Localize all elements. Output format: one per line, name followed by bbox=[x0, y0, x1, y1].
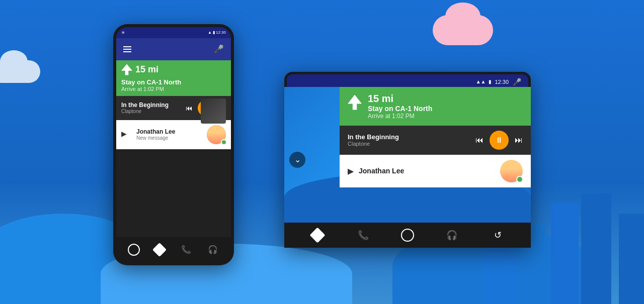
phone-nav-card: 15 mi Stay on CA-1 North Arrive at 1:02 … bbox=[116, 60, 231, 96]
car-message-card: ▶ Jonathan Lee bbox=[340, 155, 528, 187]
phone-signal-icon: ▲ bbox=[208, 30, 212, 35]
microphone-icon[interactable]: 🎤 bbox=[214, 44, 224, 54]
car-nav-diamond-icon bbox=[309, 227, 325, 243]
main-content: ✳ ▲ ▮ 12:30 🎤 bbox=[0, 0, 644, 304]
car-next-button[interactable]: ⏭ bbox=[515, 136, 523, 145]
phone-message-info: Jonathan Lee New message bbox=[136, 128, 202, 141]
phone-time: 12:30 bbox=[216, 30, 226, 35]
phone-nav-distance: 15 mi bbox=[135, 64, 158, 75]
car-direction-arrow-icon bbox=[348, 95, 362, 110]
hamburger-line-3 bbox=[123, 51, 131, 52]
car-home-button[interactable] bbox=[401, 229, 414, 242]
hamburger-line-1 bbox=[123, 46, 131, 47]
car-message-sender: Jonathan Lee bbox=[359, 167, 495, 175]
car-refresh-button[interactable]: ↺ bbox=[490, 227, 506, 243]
car-avatar-wrap bbox=[500, 160, 523, 182]
car-microphone-icon[interactable]: 🎤 bbox=[513, 78, 521, 86]
car-nav-diamond-button[interactable] bbox=[309, 227, 326, 243]
phone-bluetooth-icon: ✳ bbox=[121, 30, 125, 35]
phone-music-button[interactable]: 🎧 bbox=[206, 243, 220, 257]
phone-message-play-icon[interactable]: ▶ bbox=[121, 130, 131, 140]
car-music-card: In the Beginning Claptone ⏮ ⏸ ⏭ bbox=[340, 126, 528, 155]
car-cards: 15 mi Stay on CA-1 North Arrive at 1:02 … bbox=[340, 87, 528, 223]
car-pause-button[interactable]: ⏸ bbox=[490, 131, 509, 150]
phone-message-card: ▶ Jonathan Lee New message bbox=[116, 120, 231, 149]
car-status-icons: ▲▲ ▮ 12:30 bbox=[476, 79, 509, 85]
car-music-button[interactable]: 🎧 bbox=[444, 227, 460, 243]
car-screen: ▲▲ ▮ 12:30 🎤 ⌄ 15 mi Stay on C bbox=[287, 74, 528, 245]
direction-arrow-icon bbox=[121, 64, 132, 75]
phone-cards: 15 mi Stay on CA-1 North Arrive at 1:02 … bbox=[116, 60, 231, 237]
car-nav-distance: 15 mi bbox=[368, 93, 432, 105]
phone-nav-button[interactable] bbox=[152, 243, 167, 257]
car-scroll-down-button[interactable]: ⌄ bbox=[289, 152, 305, 168]
phone-bottom-nav: 📞 🎧 bbox=[116, 237, 231, 262]
phone-music-card: In the Beginning Claptone ⏮ ⏸ ⏭ bbox=[116, 96, 231, 120]
car-prev-button[interactable]: ⏮ bbox=[475, 136, 484, 145]
phone-message-avatar-wrap bbox=[207, 125, 226, 144]
car-battery-icon: ▮ bbox=[489, 79, 492, 84]
phone-device: ✳ ▲ ▮ 12:30 🎤 bbox=[113, 24, 234, 265]
phone-nav-distance-row: 15 mi bbox=[121, 64, 226, 75]
car-nav-card: 15 mi Stay on CA-1 North Arrive at 1:02 … bbox=[340, 87, 528, 126]
car-display-device: ▲▲ ▮ 12:30 🎤 ⌄ 15 mi Stay on C bbox=[284, 72, 531, 248]
phone-prev-button[interactable]: ⏮ bbox=[186, 104, 193, 112]
phone-battery-icon: ▮ bbox=[213, 30, 215, 35]
car-avatar-online-dot bbox=[516, 176, 523, 183]
car-message-play-icon[interactable]: ▶ bbox=[348, 166, 354, 176]
car-message-info: Jonathan Lee bbox=[359, 167, 495, 175]
car-music-artist: Claptone bbox=[348, 141, 469, 147]
hamburger-menu-icon[interactable] bbox=[123, 46, 131, 52]
car-nav-eta: Arrive at 1:02 PM bbox=[368, 113, 432, 120]
car-time: 12:30 bbox=[495, 79, 509, 85]
car-phone-button[interactable]: 📞 bbox=[355, 227, 371, 243]
phone-message-subtitle: New message bbox=[136, 135, 202, 141]
avatar-online-dot bbox=[221, 139, 227, 145]
car-signal-icon: ▲▲ bbox=[476, 79, 486, 84]
car-nav-instruction: Stay on CA-1 North bbox=[368, 105, 432, 113]
phone-message-sender: Jonathan Lee bbox=[136, 128, 202, 135]
phone-music-info: In the Beginning Claptone bbox=[121, 102, 182, 114]
phone-music-artist: Claptone bbox=[121, 109, 182, 114]
nav-diamond-icon bbox=[152, 242, 166, 256]
phone-nav-instruction: Stay on CA-1 North bbox=[121, 78, 226, 86]
hamburger-line-2 bbox=[123, 49, 131, 50]
phone-music-title: In the Beginning bbox=[121, 102, 182, 109]
phone-statusbar: ✳ ▲ ▮ 12:30 bbox=[116, 27, 231, 38]
car-nav-text: 15 mi Stay on CA-1 North Arrive at 1:02 … bbox=[368, 93, 432, 120]
car-music-controls: ⏮ ⏸ ⏭ bbox=[475, 131, 523, 150]
phone-album-art bbox=[201, 98, 226, 124]
phone-nav-eta: Arrive at 1:02 PM bbox=[121, 86, 226, 92]
phone-screen: ✳ ▲ ▮ 12:30 🎤 bbox=[116, 27, 231, 262]
phone-call-button[interactable]: 📞 bbox=[179, 243, 193, 257]
phone-statusbar-icons: ▲ ▮ 12:30 bbox=[208, 30, 226, 35]
phone-home-button[interactable] bbox=[128, 244, 140, 256]
car-bottom-nav: 📞 🎧 ↺ bbox=[287, 223, 528, 245]
phone-header: 🎤 bbox=[116, 38, 231, 60]
car-music-title: In the Beginning bbox=[348, 133, 469, 141]
car-music-info: In the Beginning Claptone bbox=[348, 133, 469, 147]
